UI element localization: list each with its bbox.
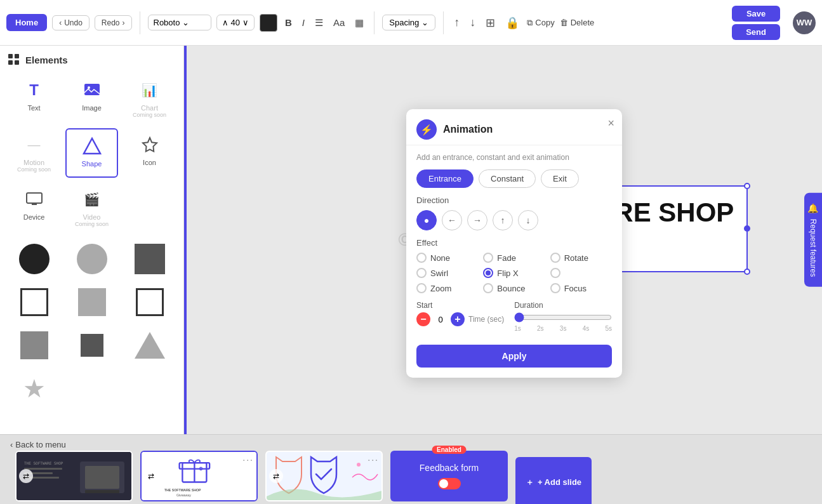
sidebar: Elements T Text Image 📊 Chart Coming soo… bbox=[0, 46, 184, 434]
radio-bounce[interactable] bbox=[483, 283, 493, 293]
tab-exit[interactable]: Exit bbox=[541, 169, 579, 188]
effect-bounce[interactable]: Bounce bbox=[483, 283, 545, 293]
toggle-wrap[interactable] bbox=[438, 478, 461, 489]
slide3-move-btn[interactable]: ⇄ bbox=[269, 469, 283, 483]
filmstrip: ‹ Back to menu Elements THE SOFTWARE SHO… bbox=[0, 434, 822, 504]
font-selector[interactable]: Roboto ⌄ bbox=[148, 15, 211, 30]
sidebar-item-icon[interactable]: Icon bbox=[123, 128, 176, 178]
direction-row: ● ← → ↑ ↓ bbox=[406, 210, 622, 238]
effect-none[interactable]: None bbox=[416, 253, 478, 263]
slide-thumb-2[interactable]: ⊕ THE SOFTWARE SHOP Giveaway ⇄ ··· bbox=[140, 451, 258, 501]
redo-button[interactable]: Redo › bbox=[95, 15, 132, 30]
home-button[interactable]: Home bbox=[6, 14, 47, 31]
add-slide-button[interactable]: ＋ + Add slide bbox=[515, 457, 592, 505]
pattern-button[interactable]: ⊞ bbox=[483, 13, 498, 32]
chart-icon: 📊 bbox=[138, 79, 161, 102]
slide-thumb-3[interactable]: ⇄ ··· bbox=[265, 451, 383, 501]
shape-circle-gray[interactable] bbox=[65, 240, 118, 278]
slide3-menu[interactable]: ··· bbox=[368, 454, 379, 465]
dir-up-button[interactable]: ↑ bbox=[493, 210, 513, 230]
effect-swirl[interactable]: Swirl bbox=[416, 268, 478, 278]
duration-slider[interactable] bbox=[514, 312, 612, 322]
effect-flipx[interactable]: Flip X bbox=[483, 268, 545, 278]
copy-button[interactable]: ⧉ Copy bbox=[527, 18, 554, 28]
dir-right-button[interactable]: → bbox=[467, 210, 487, 230]
save-button[interactable]: Save bbox=[732, 6, 780, 22]
slide2-menu[interactable]: ··· bbox=[242, 454, 254, 465]
shape-rect-border[interactable] bbox=[8, 283, 60, 321]
back-to-menu-button[interactable]: ‹ Back to menu bbox=[10, 440, 66, 449]
italic-button[interactable]: I bbox=[300, 15, 307, 30]
tab-constant[interactable]: Constant bbox=[479, 169, 536, 188]
sidebar-item-text[interactable]: T Text bbox=[8, 74, 60, 123]
radio-rotate[interactable] bbox=[550, 253, 560, 263]
text-label: Text bbox=[27, 104, 40, 112]
enabled-badge: Enabled bbox=[432, 446, 467, 454]
undo-label: Undo bbox=[64, 18, 83, 27]
tab-entrance[interactable]: Entrance bbox=[416, 169, 474, 188]
align-button[interactable]: ☰ bbox=[312, 15, 326, 31]
feedback-label: Feedback form bbox=[420, 463, 479, 473]
undo-button[interactable]: ‹ Undo bbox=[52, 15, 89, 30]
dir-left-button[interactable]: ← bbox=[442, 210, 462, 230]
radio-focus[interactable] bbox=[550, 283, 560, 293]
apply-button[interactable]: Apply bbox=[416, 345, 612, 368]
lock-button[interactable]: 🔒 bbox=[503, 13, 522, 32]
radio-zoom[interactable] bbox=[416, 283, 427, 293]
sidebar-item-device[interactable]: Device bbox=[8, 183, 60, 232]
svg-rect-1 bbox=[15, 54, 19, 58]
svg-rect-11 bbox=[85, 490, 119, 493]
sidebar-item-shape[interactable]: Shape bbox=[65, 128, 118, 178]
slide1-move-btn[interactable]: ⇄ bbox=[19, 469, 33, 483]
bold-button[interactable]: B bbox=[282, 15, 295, 30]
shape-triangle[interactable] bbox=[123, 326, 176, 364]
shape-circle-black[interactable] bbox=[8, 240, 60, 278]
handle-tr[interactable] bbox=[744, 183, 750, 189]
shape-rect-darker[interactable] bbox=[65, 326, 118, 364]
effect-rotate[interactable]: Rotate bbox=[550, 253, 612, 263]
font-size-down-icon: ∨ bbox=[242, 18, 249, 27]
toggle-slider[interactable] bbox=[438, 478, 461, 489]
request-features-panel[interactable]: 🔔 Request features bbox=[804, 193, 822, 287]
shape-rect-gray[interactable] bbox=[65, 283, 118, 321]
color-swatch[interactable] bbox=[260, 14, 277, 32]
effect-zoom[interactable]: Zoom bbox=[416, 283, 478, 293]
device-label: Device bbox=[23, 213, 45, 221]
slide2-move-btn[interactable]: ⇄ bbox=[144, 469, 158, 483]
svg-text:THE SOFTWARE SHOP: THE SOFTWARE SHOP bbox=[24, 461, 63, 465]
shape-star[interactable]: ★ bbox=[8, 369, 60, 408]
send-button[interactable]: Send bbox=[732, 24, 780, 40]
svg-text:THE SOFTWARE SHOP: THE SOFTWARE SHOP bbox=[164, 487, 201, 491]
feedback-slide[interactable]: Enabled Feedback form bbox=[390, 451, 508, 501]
avatar[interactable]: WW bbox=[793, 11, 816, 34]
dir-center-button[interactable]: ● bbox=[416, 210, 437, 230]
radio-none[interactable] bbox=[416, 253, 427, 263]
dir-down-button[interactable]: ↓ bbox=[518, 210, 538, 230]
handle-mr[interactable] bbox=[744, 225, 750, 232]
start-control: − 0 + Time (sec) bbox=[416, 312, 504, 326]
start-plus-button[interactable]: + bbox=[451, 312, 465, 326]
shape-rect-dark[interactable] bbox=[123, 240, 176, 278]
case-button[interactable]: Aa bbox=[331, 15, 347, 30]
redo-label: Redo bbox=[102, 18, 120, 27]
animation-close-button[interactable]: × bbox=[607, 117, 614, 130]
radio-flipx[interactable] bbox=[483, 268, 493, 278]
back-icon: ‹ bbox=[10, 440, 13, 449]
slide-thumb-1[interactable]: Elements THE SOFTWARE SHOP ⇄ bbox=[15, 451, 133, 501]
delete-button[interactable]: 🗑 Delete bbox=[560, 18, 595, 27]
radio-fade[interactable] bbox=[483, 253, 493, 263]
effect-focus[interactable]: Focus bbox=[550, 283, 612, 293]
shape-rect-border2[interactable] bbox=[123, 283, 176, 321]
radio-swirl[interactable] bbox=[416, 268, 427, 278]
move-down-button[interactable]: ↓ bbox=[467, 13, 478, 32]
handle-br[interactable] bbox=[744, 269, 750, 275]
font-size-control[interactable]: ∧ 40 ∨ bbox=[216, 15, 255, 30]
effect-fade[interactable]: Fade bbox=[483, 253, 545, 263]
spacing-button[interactable]: Spacing ⌄ bbox=[382, 15, 435, 30]
more-text-button[interactable]: ▦ bbox=[352, 15, 366, 31]
shapes-section: ★ bbox=[8, 240, 176, 408]
start-minus-button[interactable]: − bbox=[416, 312, 430, 326]
sidebar-item-image[interactable]: Image bbox=[65, 74, 118, 123]
move-up-button[interactable]: ↑ bbox=[451, 13, 462, 32]
shape-rect-darkgray[interactable] bbox=[8, 326, 60, 364]
